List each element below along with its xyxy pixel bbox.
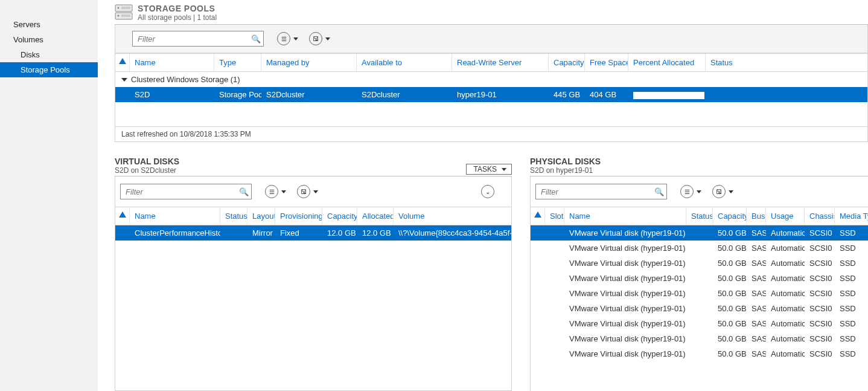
- pdisk-row[interactable]: VMware Virtual disk (hyper19-01)50.0 GBS…: [531, 346, 868, 361]
- pdisk-name: VMware Virtual disk (hyper19-01): [564, 257, 686, 269]
- status-icon-col[interactable]: [115, 207, 130, 225]
- col-available[interactable]: Available to: [357, 54, 452, 71]
- view-options-button[interactable]: ☰: [277, 32, 290, 45]
- vdisks-grid-header: Name Status Layout Provisioning Capacity…: [115, 207, 511, 225]
- col-status[interactable]: Status: [220, 207, 247, 225]
- pdisk-usage: Automatic: [766, 273, 805, 284]
- pdisk-name: VMware Virtual disk (hyper19-01): [564, 242, 686, 254]
- chevron-down-icon[interactable]: [313, 190, 318, 193]
- col-status[interactable]: Status: [686, 207, 713, 225]
- view-options-button[interactable]: ☰: [265, 185, 278, 198]
- col-capacity[interactable]: Capacity: [549, 54, 585, 71]
- col-capacity[interactable]: Capacity: [713, 207, 747, 225]
- save-button[interactable]: 🖫: [309, 32, 322, 45]
- sidebar-item-servers[interactable]: Servers: [0, 17, 98, 32]
- pdisks-grid-header: Slot Name Status Capacity Bus Usage Chas…: [531, 207, 868, 225]
- col-type[interactable]: Type: [214, 54, 261, 71]
- pdisk-usage: Automatic: [766, 333, 805, 344]
- col-layout[interactable]: Layout: [247, 207, 275, 225]
- pools-filter[interactable]: 🔍: [132, 31, 264, 47]
- col-status[interactable]: Status: [706, 54, 867, 71]
- col-prov[interactable]: Provisioning: [275, 207, 322, 225]
- search-icon[interactable]: 🔍: [652, 187, 666, 196]
- pdisk-usage: Automatic: [766, 257, 805, 269]
- pdisk-bus: SAS: [747, 257, 766, 269]
- pdisks-filter-input[interactable]: [536, 187, 652, 196]
- expand-button[interactable]: ⌄: [481, 185, 494, 198]
- chevron-down-icon[interactable]: [729, 190, 733, 193]
- pdisks-title: PHYSICAL DISKS: [530, 157, 601, 166]
- storage-pools-panel: STORAGE POOLS All storage pools | 1 tota…: [98, 0, 868, 142]
- col-managed[interactable]: Managed by: [261, 54, 357, 71]
- search-icon[interactable]: 🔍: [249, 34, 263, 44]
- status-icon-col[interactable]: [115, 54, 130, 71]
- pdisk-row[interactable]: VMware Virtual disk (hyper19-01)50.0 GBS…: [531, 241, 868, 256]
- pdisk-media: SSD: [835, 333, 868, 344]
- pool-capacity: 445 GB: [549, 89, 585, 100]
- vdisk-capacity: 12.0 GB: [322, 227, 357, 239]
- svg-point-3: [118, 15, 120, 17]
- col-name[interactable]: Name: [564, 207, 686, 225]
- col-chassis[interactable]: Chassis: [805, 207, 835, 225]
- pools-grid-header: Name Type Managed by Available to Read-W…: [115, 53, 867, 72]
- view-options-button[interactable]: ☰: [680, 185, 694, 198]
- pdisk-row[interactable]: VMware Virtual disk (hyper19-01)50.0 GBS…: [531, 301, 868, 316]
- pool-name: S2D: [130, 89, 214, 100]
- vdisks-tasks-button[interactable]: TASKS: [466, 164, 512, 175]
- vdisk-row[interactable]: ClusterPerformanceHistory Mirror Fixed 1…: [115, 225, 511, 241]
- group-row[interactable]: Clustered Windows Storage (1): [115, 72, 867, 87]
- col-free[interactable]: Free Space: [585, 54, 628, 71]
- col-bus[interactable]: Bus: [747, 207, 766, 225]
- vdisks-filter-input[interactable]: [121, 187, 237, 196]
- pdisk-chassis: SCSI0: [805, 318, 835, 329]
- pdisk-usage: Automatic: [766, 288, 805, 299]
- save-button[interactable]: 🖫: [297, 185, 310, 198]
- vdisks-filter[interactable]: 🔍: [120, 184, 252, 199]
- sidebar-item-storage-pools[interactable]: Storage Pools: [0, 62, 98, 77]
- collapse-icon[interactable]: [121, 78, 127, 82]
- col-slot[interactable]: Slot: [545, 207, 564, 225]
- pdisk-bus: SAS: [747, 333, 766, 344]
- pools-filter-input[interactable]: [133, 34, 249, 44]
- vdisks-subtitle: S2D on S2Dcluster: [115, 166, 179, 175]
- col-allocated[interactable]: Allocated: [357, 207, 394, 225]
- col-usage[interactable]: Usage: [766, 207, 805, 225]
- col-volume[interactable]: Volume: [394, 207, 511, 225]
- sidebar-item-disks[interactable]: Disks: [0, 47, 98, 62]
- chevron-down-icon[interactable]: [293, 37, 298, 40]
- pdisk-row[interactable]: VMware Virtual disk (hyper19-01)50.0 GBS…: [531, 286, 868, 301]
- pdisk-row[interactable]: VMware Virtual disk (hyper19-01)50.0 GBS…: [531, 316, 868, 331]
- pool-type: Storage Pool: [214, 89, 261, 100]
- pdisk-row[interactable]: VMware Virtual disk (hyper19-01)50.0 GBS…: [531, 256, 868, 271]
- pool-percent: [628, 89, 706, 100]
- chevron-down-icon[interactable]: [281, 190, 286, 193]
- vdisks-title: VIRTUAL DISKS: [115, 157, 179, 166]
- chevron-down-icon: [502, 168, 506, 171]
- storage-pool-icon: [115, 4, 133, 21]
- pdisk-name: VMware Virtual disk (hyper19-01): [564, 333, 686, 344]
- col-rw[interactable]: Read-Write Server: [452, 54, 549, 71]
- pool-managed: S2Dcluster: [261, 89, 357, 100]
- status-icon-col[interactable]: [531, 207, 545, 225]
- search-icon[interactable]: 🔍: [237, 187, 251, 196]
- pool-available: S2Dcluster: [357, 89, 452, 100]
- pdisk-row[interactable]: VMware Virtual disk (hyper19-01)50.0 GBS…: [531, 225, 868, 241]
- sidebar-item-volumes[interactable]: Volumes: [0, 32, 98, 47]
- pdisk-usage: Automatic: [766, 303, 805, 314]
- pdisk-row[interactable]: VMware Virtual disk (hyper19-01)50.0 GBS…: [531, 331, 868, 346]
- col-name[interactable]: Name: [130, 54, 214, 71]
- col-percent[interactable]: Percent Allocated: [628, 54, 706, 71]
- chevron-down-icon[interactable]: [325, 37, 330, 40]
- pool-row[interactable]: S2D Storage Pool S2Dcluster S2Dcluster h…: [115, 87, 867, 102]
- pdisk-media: SSD: [835, 288, 868, 299]
- pdisk-row[interactable]: VMware Virtual disk (hyper19-01)50.0 GBS…: [531, 271, 868, 286]
- col-name[interactable]: Name: [130, 207, 220, 225]
- pdisk-capacity: 50.0 GB: [713, 303, 747, 314]
- col-capacity[interactable]: Capacity: [322, 207, 357, 225]
- chevron-down-icon[interactable]: [697, 190, 701, 193]
- pdisk-name: VMware Virtual disk (hyper19-01): [564, 273, 686, 284]
- pdisks-filter[interactable]: 🔍: [535, 184, 667, 199]
- pool-free: 404 GB: [585, 89, 628, 100]
- save-button[interactable]: 🖫: [712, 185, 726, 198]
- col-media[interactable]: Media Ty: [835, 207, 868, 225]
